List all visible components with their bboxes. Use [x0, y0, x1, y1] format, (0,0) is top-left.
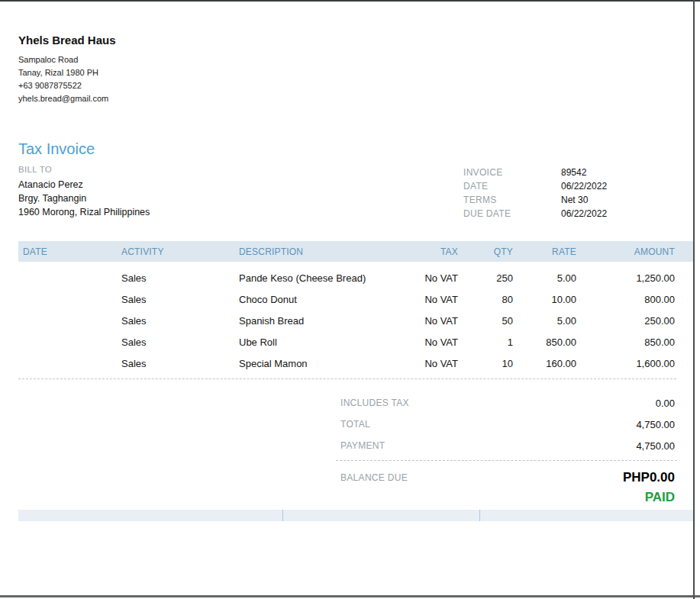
- items-table-body: Sales Pande Keso (Cheese Bread) No VAT 2…: [18, 267, 693, 374]
- totals-row-includes-tax: INCLUDES TAX 0.00: [336, 392, 677, 414]
- cell-rate: 10.00: [513, 294, 576, 305]
- totals-label: INCLUDES TAX: [336, 398, 409, 408]
- meta-row-invoice: INVOICE 89542: [463, 166, 607, 179]
- table-row: Sales Spanish Bread No VAT 50 5.00 250.0…: [18, 310, 693, 331]
- cell-tax: No VAT: [397, 294, 458, 305]
- cell-tax: No VAT: [397, 337, 458, 348]
- company-address-line2: Tanay, Rizal 1980 PH: [18, 66, 116, 79]
- column-header-tax: TAX: [397, 246, 458, 257]
- company-phone: +63 9087875522: [18, 79, 116, 92]
- items-table-header: DATE ACTIVITY DESCRIPTION TAX QTY RATE A…: [18, 241, 693, 262]
- balance-due-label: BALANCE DUE: [336, 472, 408, 483]
- table-row: Sales Special Mamon No VAT 10 160.00 1,6…: [18, 353, 693, 374]
- meta-label: TERMS: [463, 195, 561, 205]
- column-header-qty: QTY: [458, 246, 513, 257]
- table-row: Sales Pande Keso (Cheese Bread) No VAT 2…: [18, 267, 693, 288]
- page-bottom-border: [0, 595, 700, 597]
- column-header-description: DESCRIPTION: [234, 246, 397, 257]
- cell-qty: 10: [458, 358, 513, 369]
- company-contact-block: Sampaloc Road Tanay, Rizal 1980 PH +63 9…: [18, 53, 116, 105]
- totals-section: INCLUDES TAX 0.00 TOTAL 4,750.00 PAYMENT…: [336, 392, 677, 505]
- meta-row-due-date: DUE DATE 06/22/2022: [463, 207, 607, 221]
- bill-to-name: Atanacio Perez: [18, 178, 150, 192]
- page-right-border: [693, 0, 695, 599]
- balance-due-row: BALANCE DUE PHP0.00: [336, 468, 677, 488]
- totals-value: 4,750.00: [636, 419, 677, 430]
- cell-qty: 250: [458, 272, 513, 284]
- meta-value: Net 30: [561, 195, 588, 205]
- document-title: Tax Invoice: [18, 140, 95, 158]
- totals-row-payment: PAYMENT 4,750.00: [336, 435, 677, 456]
- items-divider: [18, 378, 676, 379]
- bill-to-section: BILL TO Atanacio Perez Brgy. Taghangin 1…: [18, 165, 150, 219]
- footer-bar: [18, 510, 693, 521]
- cell-description: Spanish Bread: [234, 315, 397, 327]
- cell-rate: 160.00: [513, 358, 576, 369]
- totals-value: 4,750.00: [636, 440, 677, 452]
- meta-row-date: DATE 06/22/2022: [463, 179, 607, 193]
- company-name: Yhels Bread Haus: [18, 34, 116, 47]
- cell-description: Ube Roll: [234, 337, 397, 348]
- meta-label: INVOICE: [463, 167, 561, 178]
- cell-amount: 800.00: [576, 294, 693, 305]
- column-header-rate: RATE: [513, 246, 576, 257]
- table-row: Sales Ube Roll No VAT 1 850.00 850.00: [18, 331, 693, 353]
- meta-value: 89542: [561, 167, 586, 178]
- cell-rate: 850.00: [513, 337, 576, 348]
- cell-qty: 80: [458, 294, 513, 305]
- cell-description: Special Mamon: [234, 358, 397, 369]
- column-header-amount: AMOUNT: [576, 246, 693, 257]
- totals-value: 0.00: [656, 398, 677, 409]
- meta-value: 06/22/2022: [561, 181, 607, 192]
- cell-amount: 250.00: [576, 315, 693, 327]
- table-row: Sales Choco Donut No VAT 80 10.00 800.00: [18, 288, 693, 310]
- cell-rate: 5.00: [513, 272, 576, 284]
- totals-label: TOTAL: [336, 419, 370, 430]
- company-address-line1: Sampaloc Road: [18, 53, 116, 66]
- balance-due-value: PHP0.00: [623, 470, 677, 485]
- cell-tax: No VAT: [397, 315, 458, 327]
- invoice-page: Yhels Bread Haus Sampaloc Road Tanay, Ri…: [0, 0, 700, 599]
- company-header: Yhels Bread Haus Sampaloc Road Tanay, Ri…: [18, 34, 116, 105]
- cell-description: Pande Keso (Cheese Bread): [234, 272, 397, 284]
- cell-activity: Sales: [117, 358, 234, 369]
- paid-status-badge: PAID: [336, 490, 677, 505]
- cell-tax: No VAT: [397, 272, 458, 284]
- cell-rate: 5.00: [513, 315, 576, 327]
- cell-qty: 1: [458, 337, 513, 348]
- cell-amount: 1,250.00: [576, 272, 693, 284]
- meta-label: DUE DATE: [463, 208, 561, 219]
- company-email: yhels.bread@gmail.com: [18, 92, 116, 105]
- totals-row-total: TOTAL 4,750.00: [336, 414, 677, 435]
- cell-description: Choco Donut: [234, 294, 397, 305]
- cell-amount: 1,600.00: [576, 358, 693, 369]
- cell-activity: Sales: [117, 294, 234, 305]
- footer-bar-separator: [282, 510, 283, 521]
- cell-activity: Sales: [117, 315, 234, 327]
- footer-bar-separator: [479, 510, 480, 521]
- column-header-date: DATE: [18, 246, 117, 257]
- bill-to-address-line2: 1960 Morong, Rizal Philippines: [18, 205, 150, 219]
- cell-activity: Sales: [117, 337, 234, 348]
- totals-label: PAYMENT: [336, 440, 385, 451]
- bill-to-address-line1: Brgy. Taghangin: [18, 192, 150, 205]
- cell-qty: 50: [458, 315, 513, 327]
- cell-amount: 850.00: [576, 337, 693, 348]
- page-top-border: [0, 0, 700, 2]
- meta-value: 06/22/2022: [561, 208, 607, 219]
- invoice-meta: INVOICE 89542 DATE 06/22/2022 TERMS Net …: [463, 166, 607, 221]
- cell-tax: No VAT: [397, 358, 458, 369]
- cell-activity: Sales: [117, 272, 234, 284]
- bill-to-label: BILL TO: [18, 165, 150, 174]
- column-header-activity: ACTIVITY: [117, 246, 234, 257]
- meta-label: DATE: [463, 181, 561, 192]
- totals-divider: [336, 460, 677, 461]
- meta-row-terms: TERMS Net 30: [463, 193, 607, 207]
